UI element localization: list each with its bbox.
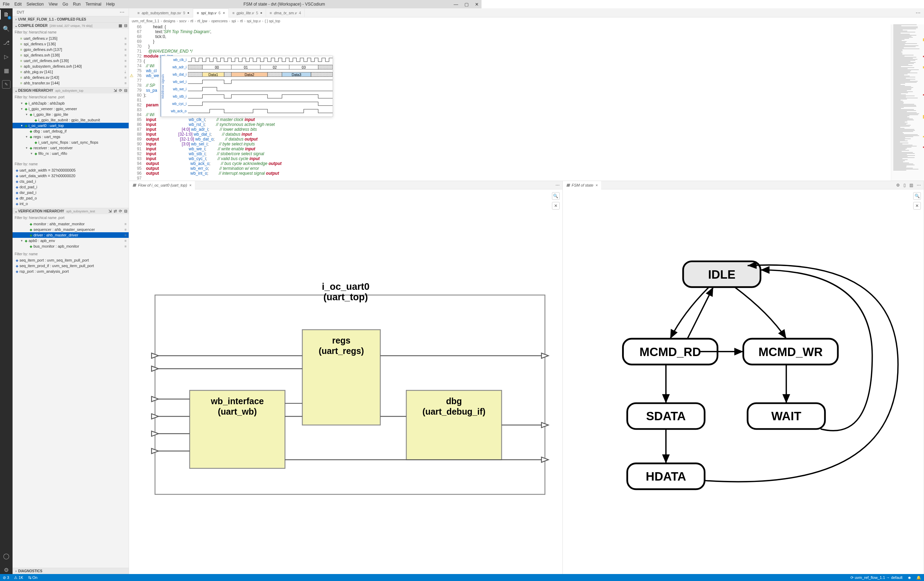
menu-terminal[interactable]: Terminal: [86, 2, 101, 7]
design-hier-item[interactable]: ▾◆i_ahb2apb : ahb2apb: [13, 101, 129, 106]
design-hier-item[interactable]: ◆dbg : uart_debug_if: [13, 128, 129, 134]
verif-port-item[interactable]: ◆rsp_port : uvm_analysis_port: [13, 269, 129, 274]
design-port-item[interactable]: ◆uart_data_width = 32'h00000020: [13, 173, 129, 178]
verification-hierarchy-tree[interactable]: ◆monitor : ahb_master_monitor≡◆sequencer…: [13, 221, 129, 250]
design-hier-filter[interactable]: [15, 94, 127, 100]
design-port-item[interactable]: ◆cts_pad_i: [13, 178, 129, 184]
design-port-item[interactable]: ◆int_o: [13, 201, 129, 206]
design-hier-item[interactable]: ▾◆i_gpio_lite : gpio_lite: [13, 112, 129, 117]
breadcrumb-segment[interactable]: rtl: [240, 19, 243, 23]
verif-hier-item[interactable]: ◆bus_monitor : apb_monitor≡: [13, 243, 129, 249]
hierarchy-icon[interactable]: ⇲: [114, 88, 117, 93]
design-port-item[interactable]: ◆uart_addr_width = 32'h00000005: [13, 167, 129, 173]
design-hierarchy-tree[interactable]: ▾◆i_ahb2apb : ahb2apb▾◆i_gpio_veneer : g…: [13, 101, 129, 160]
sidebar-more-icon[interactable]: ⋯: [120, 10, 124, 15]
verif-hier-item[interactable]: ◆sequencer : ahb_master_sequencer≡: [13, 227, 129, 232]
compile-order-item[interactable]: ≡apb_subsystem_defines.svh [140]≡: [13, 63, 129, 69]
breadcrumb[interactable]: uvm_ref_flow_1.1›designs›socv›rtl›rtl_lp…: [129, 17, 482, 25]
compile-order-filter[interactable]: [15, 29, 127, 35]
window-title: FSM of state - dvt (Workspace) - VSCodiu…: [115, 2, 454, 7]
file-icon: ≡: [137, 11, 139, 15]
compile-order-item[interactable]: ≡ahb_defines.sv [143]≡: [13, 74, 129, 80]
svg-rect-9: [318, 65, 333, 69]
menu-go[interactable]: Go: [63, 2, 68, 7]
files-icon[interactable]: 🗎1: [2, 10, 10, 19]
compile-order-item[interactable]: ≡spi_defines.v [136]≡: [13, 41, 129, 47]
design-port-item[interactable]: ◆dtr_pad_o: [13, 195, 129, 201]
menu-run[interactable]: Run: [73, 2, 81, 7]
verif-port-item[interactable]: ◆seq_item_port : uvm_seq_item_pull_port: [13, 257, 129, 263]
extensions-icon[interactable]: ▦: [2, 66, 10, 74]
collapse-icon[interactable]: ⊟: [124, 88, 127, 93]
menu-file[interactable]: File: [3, 2, 10, 7]
breadcrumb-segment[interactable]: rtl_lpw: [197, 19, 208, 23]
design-hier-item[interactable]: ▾◆receiver : uart_receiver: [13, 145, 129, 151]
code-editor[interactable]: ⚠ 66676869707172737475767778798081828384…: [129, 25, 482, 181]
run-debug-icon[interactable]: ▷: [2, 52, 10, 61]
tab-dma-tx-sm[interactable]: ≡ dma_tx_sm.v 4: [266, 8, 305, 17]
maximize-icon[interactable]: ▢: [464, 2, 469, 7]
tab-apb-subsystem[interactable]: ≡ apb_subsystem_top.sv 9 ●: [134, 8, 193, 17]
design-hier-item[interactable]: ◆i_uart_sync_flops : uart_sync_flops: [13, 140, 129, 145]
menu-selection[interactable]: Selection: [26, 2, 44, 7]
panel-compile-order[interactable]: ⌄ COMPILE ORDER [299 total, 227 unique, …: [13, 22, 129, 29]
refresh-icon[interactable]: ⟳: [119, 88, 122, 93]
verif-port-item[interactable]: ◆seq_item_prod_if : uvm_seq_item_pull_po…: [13, 263, 129, 269]
close-icon[interactable]: ✕: [475, 2, 479, 7]
design-port-item[interactable]: ◆dcd_pad_i: [13, 184, 129, 190]
design-port-item[interactable]: ◆dsr_pad_i: [13, 190, 129, 195]
verif-hier-item[interactable]: ◆driver : ahb_master_driver≡: [13, 232, 129, 238]
breadcrumb-segment[interactable]: spi_top.v: [247, 19, 261, 23]
compile-order-item[interactable]: ≡ahb_pkg.sv [141]⇣: [13, 69, 129, 74]
menu-view[interactable]: View: [48, 2, 58, 7]
link-icon[interactable]: ⇄: [114, 209, 117, 213]
refresh-icon[interactable]: ⟳: [119, 209, 122, 213]
breadcrumb-segment[interactable]: socv: [179, 19, 186, 23]
design-ports-filter[interactable]: [15, 161, 127, 167]
verif-hier-filter[interactable]: [15, 215, 127, 220]
collapse-icon[interactable]: ⊟: [124, 209, 127, 213]
design-ports-list[interactable]: ◆uart_addr_width = 32'h00000005◆uart_dat…: [13, 167, 129, 208]
tab-flow[interactable]: ▦ Flow of i_oc_uart0 (uart_top) ×: [129, 181, 195, 189]
tab-gpio-lite[interactable]: ≡ gpio_lite.v 5 ●: [229, 8, 266, 17]
hierarchy-icon[interactable]: ⇲: [109, 209, 112, 213]
verif-hier-item[interactable]: ◆monitor : ahb_master_monitor≡: [13, 221, 129, 227]
flow-diagram[interactable]: 🔍 ✕ i_oc_uart0 (uart_top) regs (uart_reg…: [129, 189, 482, 302]
design-hier-item[interactable]: ◆i_gpio_lite_subnit : gpio_lite_subunit: [13, 117, 129, 123]
verif-hier-item[interactable]: ▾◆apb0 : apb_env≡: [13, 238, 129, 243]
breadcrumb-segment[interactable]: opencores: [211, 19, 228, 23]
compile-order-tree[interactable]: ≡uart_defines.v [135]≡≡spi_defines.v [13…: [13, 36, 129, 87]
design-hier-item[interactable]: ▾◆regs : uart_regs: [13, 134, 129, 140]
panel-verification-hierarchy[interactable]: ⌄ VERIFICATION HIERARCHY apb_subsystem_t…: [13, 208, 129, 214]
panel-compiled-files[interactable]: › UVM_REF_FLOW_1.1 - COMPILED FILES: [13, 16, 129, 22]
breadcrumb-segment[interactable]: { } spi_top: [265, 19, 280, 23]
compile-order-item[interactable]: ≡uart_ctrl_defines.svh [139]≡: [13, 58, 129, 63]
panel-design-hierarchy[interactable]: ⌄ DESIGN HIERARCHY apb_subsystem_top ⇲⟳⊟: [13, 87, 129, 94]
design-hier-item[interactable]: ▾◆i_oc_uart0 : uart_top: [13, 123, 129, 128]
collapse-icon[interactable]: ⊟: [124, 23, 127, 28]
source-control-icon[interactable]: ⎇: [2, 38, 10, 47]
menu-help[interactable]: Help: [106, 2, 115, 7]
menu-bar[interactable]: File Edit Selection View Go Run Terminal…: [3, 2, 115, 7]
tab-close-icon[interactable]: ×: [189, 183, 191, 187]
search-icon[interactable]: 🔍: [2, 25, 10, 33]
compile-order-item[interactable]: ≡uart_defines.v [135]≡: [13, 36, 129, 41]
menu-edit[interactable]: Edit: [14, 2, 21, 7]
verification-ports-list[interactable]: ◆seq_item_port : uvm_seq_item_pull_port◆…: [13, 257, 129, 276]
design-hier-item[interactable]: ▾◆i_gpio_veneer : gpio_veneer: [13, 106, 129, 112]
filter-icon[interactable]: ▦: [119, 23, 122, 28]
breadcrumb-segment[interactable]: spi: [231, 19, 236, 23]
compile-order-item[interactable]: ≡ahb_transfer.sv [144]≡: [13, 80, 129, 86]
minimize-icon[interactable]: —: [454, 2, 458, 7]
tab-close-icon[interactable]: ×: [223, 11, 225, 15]
design-hier-item[interactable]: ▾◆fifo_rx : uart_rfifo: [13, 151, 129, 156]
breadcrumb-segment[interactable]: rtl: [190, 19, 193, 23]
tab-spi-top[interactable]: ≡ spi_top.v 6 ×: [193, 8, 229, 17]
chevron-right-icon: ›: [14, 17, 18, 21]
breadcrumb-segment[interactable]: designs: [163, 19, 175, 23]
dvt-icon[interactable]: ✎: [2, 80, 10, 89]
compile-order-item[interactable]: ≡spi_defines.svh [138]≡: [13, 52, 129, 58]
compile-order-item[interactable]: ≡gpio_defines.svh [137]≡: [13, 47, 129, 52]
verif-ports-filter[interactable]: [15, 251, 127, 257]
breadcrumb-segment[interactable]: uvm_ref_flow_1.1: [132, 19, 159, 23]
